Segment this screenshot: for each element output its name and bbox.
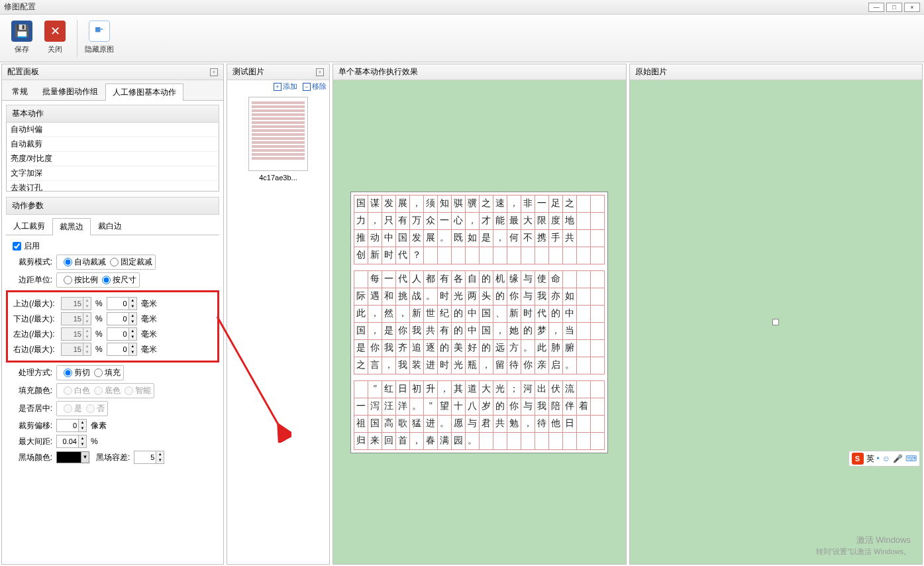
ime-emoji-icon[interactable]: ☺ <box>882 454 890 463</box>
right-val-spinner[interactable]: ▲▼ <box>107 343 137 356</box>
subtab-manual-crop[interactable]: 人工裁剪 <box>6 217 52 235</box>
tab-general[interactable]: 常规 <box>5 83 35 100</box>
list-item[interactable]: 文字加深 <box>7 166 219 181</box>
ime-mic-icon[interactable]: 🎤 <box>893 454 903 463</box>
tab-manual[interactable]: 人工修图基本动作 <box>105 84 183 101</box>
ime-punct-icon[interactable]: • <box>877 454 880 463</box>
center-no-radio <box>86 404 95 413</box>
test-panel-title: 测试图片 <box>232 66 264 78</box>
max-gap-spinner[interactable]: ▲▼ <box>56 435 87 448</box>
windows-watermark: 激活 Windows 转到"设置"以激活 Windows。 <box>816 534 911 557</box>
minimize-button[interactable]: — <box>868 3 884 12</box>
crop-offset-spinner[interactable]: ▲▼ <box>56 419 87 432</box>
config-panel: 配置面板 ▫ 常规 批量修图动作组 人工修图基本动作 基本动作 自动纠偏 自动裁… <box>1 64 224 565</box>
subtab-white-border[interactable]: 裁白边 <box>91 217 129 235</box>
result-preview-title: 单个基本动作执行效果 <box>338 66 418 78</box>
config-tabs: 常规 批量修图动作组 人工修图基本动作 <box>2 80 223 101</box>
original-preview-body[interactable] <box>630 80 923 564</box>
close-icon: ✕ <box>44 21 66 42</box>
thumbnail-caption: 4c17ae3b... <box>248 174 308 182</box>
fill-white-radio <box>64 386 72 395</box>
close-button[interactable]: ✕ 关闭 <box>38 18 72 59</box>
close-window-button[interactable]: × <box>904 3 920 12</box>
pin-button[interactable]: ▫ <box>210 68 218 76</box>
enable-checkbox[interactable] <box>13 242 21 251</box>
left-val-spinner[interactable]: ▲▼ <box>107 327 137 341</box>
process-cut-radio[interactable] <box>64 368 72 377</box>
config-panel-title: 配置面板 <box>7 66 39 78</box>
thumbnail[interactable]: 4c17ae3b... <box>248 97 308 182</box>
tab-batch[interactable]: 批量修图动作组 <box>35 83 105 100</box>
list-item[interactable]: 亮度/对比度 <box>7 152 219 166</box>
original-preview-title: 原始图片 <box>635 66 667 78</box>
right-pct-spinner: ▲▼ <box>61 343 91 356</box>
pin-button[interactable]: ▫ <box>316 68 324 76</box>
unit-size-radio[interactable] <box>102 276 111 284</box>
fill-smart-radio <box>125 386 133 395</box>
unit-ratio-radio[interactable] <box>64 276 72 284</box>
fill-base-radio <box>94 386 103 395</box>
left-pct-spinner: ▲▼ <box>61 327 91 341</box>
ime-keyboard-icon[interactable]: ⌨ <box>905 454 917 463</box>
bottom-val-spinner[interactable]: ▲▼ <box>107 312 137 325</box>
original-preview-panel: 原始图片 <box>629 64 923 565</box>
crop-mode-fixed-radio[interactable] <box>110 258 119 266</box>
black-color-picker[interactable]: ▼ <box>56 451 89 463</box>
titlebar: 修图配置 — □ × <box>0 0 924 15</box>
result-document: 国谋发展，须知骐骥之速，非一足之力，只有万众一心，才能最大限度地推动中国发展。既… <box>350 192 608 453</box>
hide-original-button[interactable]: 隐藏原图 <box>83 18 116 59</box>
result-preview-body[interactable]: 国谋发展，须知骐骥之速，非一足之力，只有万众一心，才能最大限度地推动中国发展。既… <box>333 80 626 564</box>
process-fill-radio[interactable] <box>94 368 103 377</box>
crop-mode-auto-radio[interactable] <box>64 258 72 266</box>
toolbar: 💾 保存 ✕ 关闭 隐藏原图 <box>0 15 924 62</box>
original-document <box>772 319 779 325</box>
action-params-header: 动作参数 <box>6 197 219 215</box>
ime-lang[interactable]: 英 <box>866 453 874 465</box>
top-pct-spinner: ▲▼ <box>61 297 91 310</box>
save-icon: 💾 <box>11 21 32 42</box>
remove-test-button[interactable]: −移除 <box>303 82 327 91</box>
window-title: 修图配置 <box>4 1 36 13</box>
bottom-pct-spinner: ▲▼ <box>61 312 91 325</box>
center-yes-radio <box>64 404 72 413</box>
result-preview-panel: 单个基本动作执行效果 国谋发展，须知骐骥之速，非一足之力，只有万众一心，才能最大… <box>333 64 627 565</box>
add-test-button[interactable]: +添加 <box>274 82 297 91</box>
top-val-spinner[interactable]: ▲▼ <box>107 297 137 310</box>
thumbnail-image <box>248 97 308 171</box>
margins-highlight-box: 上边(/最大): ▲▼ % ▲▼ 毫米 下边(/最大): ▲▼ % ▲▼ 毫米 … <box>6 290 219 363</box>
add-icon: + <box>274 83 282 91</box>
test-panel: 测试图片 ▫ +添加 −移除 4c17ae3b... <box>227 64 330 565</box>
subtab-black-border[interactable]: 裁黑边 <box>52 218 91 235</box>
maximize-button[interactable]: □ <box>886 3 902 12</box>
list-item[interactable]: 自动纠偏 <box>7 123 219 137</box>
basic-actions-list[interactable]: 自动纠偏 自动裁剪 亮度/对比度 文字加深 去装订孔 <box>6 123 219 192</box>
ime-bar[interactable]: S 英 • ☺ 🎤 ⌨ <box>848 451 920 467</box>
black-tolerance-spinner[interactable]: ▲▼ <box>134 451 164 464</box>
remove-icon: − <box>303 83 311 91</box>
save-button[interactable]: 💾 保存 <box>5 18 38 59</box>
list-item[interactable]: 自动裁剪 <box>7 137 219 152</box>
list-item[interactable]: 去装订孔 <box>7 181 219 192</box>
sogou-icon: S <box>852 453 864 465</box>
basic-actions-header: 基本动作 <box>6 105 219 123</box>
hide-icon <box>89 21 110 42</box>
